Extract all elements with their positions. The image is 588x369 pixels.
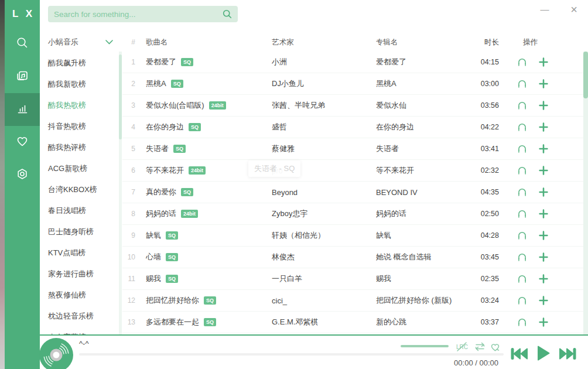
content: 小蜗音乐 酷我飙升榜酷我新歌榜酷我热歌榜抖音热歌榜酷我热评榜ACG新歌榜台湾KK… <box>40 33 588 334</box>
add-to-list-icon[interactable] <box>538 317 549 327</box>
song-artist: DJ小鱼儿 <box>272 78 376 89</box>
board-item[interactable]: 酷我新歌榜 <box>40 74 119 95</box>
table-row[interactable]: 1爱都爱了SQ小洲爱都爱了04:15 <box>122 52 583 73</box>
sidebar-item-settings[interactable] <box>5 159 40 192</box>
table-scrollbar[interactable] <box>583 52 588 334</box>
board-item[interactable]: 熬夜修仙榜 <box>40 285 119 306</box>
song-duration: 03:00 <box>471 80 502 88</box>
source-select[interactable]: 小蜗音乐 <box>40 33 119 52</box>
board-item[interactable]: 枕边轻音乐榜 <box>40 306 119 327</box>
close-button[interactable]: × <box>568 2 580 16</box>
add-to-list-icon[interactable] <box>538 100 549 111</box>
album-disc-icon[interactable] <box>38 337 74 369</box>
board-item[interactable]: 小众宝藏榜 <box>40 327 119 334</box>
add-to-list-icon[interactable] <box>538 122 549 132</box>
search-input[interactable] <box>48 10 222 19</box>
search-bar[interactable] <box>48 6 238 22</box>
search-submit-icon[interactable] <box>222 9 233 19</box>
desktop-lyric-icon[interactable]: LRC <box>456 341 469 353</box>
board-item[interactable]: 家务进行曲榜 <box>40 264 119 285</box>
table-row[interactable]: 7真的爱你SQBeyondBEYOND IV04:35 <box>122 182 583 203</box>
row-index: 7 <box>122 188 139 196</box>
time-display: 00:00 / 00:00 <box>391 358 498 367</box>
listen-icon[interactable] <box>517 317 528 327</box>
listen-icon[interactable] <box>517 122 528 132</box>
add-to-list-icon[interactable] <box>538 209 549 219</box>
board-item[interactable]: 抖音热歌榜 <box>40 116 119 137</box>
board-item[interactable]: 春日浅唱榜 <box>40 200 119 221</box>
board-item[interactable]: 酷我热评榜 <box>40 137 119 158</box>
listen-icon[interactable] <box>517 187 528 197</box>
window-controls: — × <box>539 2 580 16</box>
quality-badge: SQ <box>204 296 216 305</box>
add-to-list-icon[interactable] <box>538 165 549 176</box>
favorite-toggle-icon[interactable] <box>490 342 501 352</box>
board-list-scrollbar-thumb[interactable] <box>119 54 122 139</box>
table-row[interactable]: 4在你的身边SQ盛哲在你的身边04:22 <box>122 117 583 138</box>
volume-slider[interactable] <box>401 345 449 347</box>
quality-badge: SQ <box>181 58 193 66</box>
table-row[interactable]: 13多远都要在一起SQG.E.M.邓紫棋新的心跳03:37 <box>122 312 583 333</box>
add-to-list-icon[interactable] <box>538 57 549 67</box>
player-bar: ^-^ LRC 00:00 / 00:00 <box>40 334 588 369</box>
now-playing-title: ^-^ <box>79 339 89 348</box>
row-actions <box>502 144 583 154</box>
board-item[interactable]: 酷我飙升榜 <box>40 53 119 74</box>
song-table: # 歌曲名 艺术家 专辑名 时长 操作 1爱都爱了SQ小洲爱都爱了04:152黑… <box>122 33 583 334</box>
listen-icon[interactable] <box>517 295 528 306</box>
table-row[interactable]: 9缺氧SQ轩姨（相信光）缺氧04:28 <box>122 225 583 247</box>
add-to-list-icon[interactable] <box>538 144 549 154</box>
sidebar-item-search[interactable] <box>5 28 40 60</box>
song-name: 真的爱你SQ <box>139 187 272 197</box>
quality-badge: SQ <box>166 231 178 240</box>
sidebar-item-love[interactable] <box>5 126 40 159</box>
table-row[interactable]: 11赐我SQ一只白羊赐我02:35 <box>122 268 583 290</box>
row-index: 3 <box>122 101 139 110</box>
listen-icon[interactable] <box>517 230 528 241</box>
add-to-list-icon[interactable] <box>538 274 549 284</box>
bar-chart-icon <box>15 101 29 118</box>
table-row[interactable]: 12把回忆拼好给你SQcici_把回忆拼好给你 (新版)03:24 <box>122 290 583 312</box>
table-row[interactable]: 3爱似水仙(合唱版)24bit张茜、半吨兄弟爱似水仙03:56 <box>122 95 583 117</box>
row-actions <box>502 57 583 67</box>
board-item[interactable]: KTV点唱榜 <box>40 242 119 264</box>
add-to-list-icon[interactable] <box>538 78 549 89</box>
listen-icon[interactable] <box>517 165 528 176</box>
add-to-list-icon[interactable] <box>538 187 549 197</box>
table-row[interactable]: 2黑桃ASQDJ小鱼儿黑桃A03:00 <box>122 73 583 95</box>
board-item[interactable]: ACG新歌榜 <box>40 158 119 179</box>
board-item[interactable]: 酷我热歌榜 <box>40 95 119 116</box>
next-button[interactable] <box>559 347 576 360</box>
add-to-list-icon[interactable] <box>538 252 549 262</box>
board-item[interactable]: 巴士随身听榜 <box>40 221 119 242</box>
row-index: 12 <box>122 296 139 305</box>
row-actions <box>502 100 583 111</box>
table-scrollbar-thumb[interactable] <box>583 52 588 98</box>
song-name: 爱似水仙(合唱版)24bit <box>139 100 272 111</box>
listen-icon[interactable] <box>517 209 528 219</box>
progress-bar[interactable] <box>79 353 504 356</box>
sidebar-item-my-music[interactable] <box>5 60 40 93</box>
listen-icon[interactable] <box>517 57 528 67</box>
board-list-scrollbar[interactable] <box>119 52 122 334</box>
quality-badge: SQ <box>189 123 201 131</box>
board-item[interactable]: 台湾KKBOX榜 <box>40 179 119 200</box>
minimize-button[interactable]: — <box>539 2 551 16</box>
row-actions <box>502 165 583 176</box>
repeat-mode-icon[interactable] <box>474 342 486 351</box>
table-row[interactable]: 10心墙SQ林俊杰她说 概念自选辑03:45 <box>122 247 583 268</box>
listen-icon[interactable] <box>517 100 528 111</box>
table-row[interactable]: 5失语者SQ蔡健雅失语者03:41 <box>122 138 583 160</box>
previous-button[interactable] <box>511 347 528 360</box>
play-button[interactable] <box>536 345 551 361</box>
listen-icon[interactable] <box>517 252 528 262</box>
song-album: 爱都爱了 <box>376 57 471 67</box>
listen-icon[interactable] <box>517 78 528 89</box>
sidebar-item-leaderboard[interactable] <box>5 93 40 126</box>
table-row[interactable]: 6等不来花开24bitpro等不来花开02:32 <box>122 160 583 182</box>
listen-icon[interactable] <box>517 274 528 284</box>
table-row[interactable]: 8妈妈的话24bitZyboy忠宇妈妈的话02:50 <box>122 203 583 225</box>
add-to-list-icon[interactable] <box>538 295 549 306</box>
listen-icon[interactable] <box>517 144 528 154</box>
add-to-list-icon[interactable] <box>538 230 549 241</box>
